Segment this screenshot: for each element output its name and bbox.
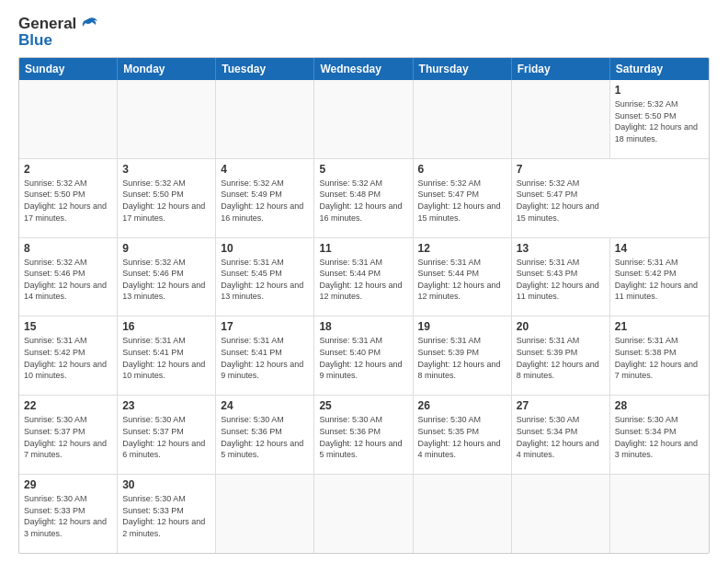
day-number: 25: [319, 399, 407, 412]
logo-blue-text: Blue: [18, 31, 52, 50]
cal-cell-empty: [610, 475, 709, 553]
cell-info: Sunrise: 5:32 AM Sunset: 5:47 PM Dayligh…: [418, 178, 506, 224]
cal-cell-19: 19Sunrise: 5:31 AM Sunset: 5:39 PM Dayli…: [414, 316, 512, 395]
cal-header-tuesday: Tuesday: [216, 58, 314, 80]
cal-cell-21: 21Sunrise: 5:31 AM Sunset: 5:38 PM Dayli…: [610, 316, 709, 395]
cell-info: Sunrise: 5:32 AM Sunset: 5:50 PM Dayligh…: [24, 178, 112, 224]
cal-cell-13: 13Sunrise: 5:31 AM Sunset: 5:43 PM Dayli…: [512, 238, 610, 316]
day-number: 4: [221, 163, 309, 176]
day-number: 22: [24, 399, 112, 412]
cal-cell-6: 6Sunrise: 5:32 AM Sunset: 5:47 PM Daylig…: [414, 159, 512, 237]
day-number: 30: [122, 478, 210, 491]
cell-info: Sunrise: 5:31 AM Sunset: 5:45 PM Dayligh…: [221, 257, 309, 303]
cal-cell-7: 7Sunrise: 5:32 AM Sunset: 5:47 PM Daylig…: [512, 159, 610, 237]
cal-cell-28: 28Sunrise: 5:30 AM Sunset: 5:34 PM Dayli…: [610, 396, 709, 474]
cal-cell-empty: [118, 80, 216, 158]
day-number: 28: [615, 399, 704, 412]
cal-cell-1: 1Sunrise: 5:32 AM Sunset: 5:50 PM Daylig…: [610, 80, 709, 158]
cal-cell-empty: [314, 475, 413, 553]
day-number: 17: [221, 320, 309, 333]
day-number: 6: [418, 163, 506, 176]
cell-info: Sunrise: 5:30 AM Sunset: 5:37 PM Dayligh…: [122, 414, 210, 460]
cell-info: Sunrise: 5:31 AM Sunset: 5:42 PM Dayligh…: [24, 335, 112, 381]
cal-cell-17: 17Sunrise: 5:31 AM Sunset: 5:41 PM Dayli…: [216, 316, 314, 395]
day-number: 26: [418, 399, 506, 412]
cell-info: Sunrise: 5:31 AM Sunset: 5:40 PM Dayligh…: [319, 335, 407, 381]
logo-bird-icon: [78, 17, 98, 31]
day-number: 13: [517, 242, 605, 255]
logo-general-text: General: [18, 15, 76, 33]
cell-info: Sunrise: 5:31 AM Sunset: 5:39 PM Dayligh…: [418, 335, 506, 381]
day-number: 18: [319, 320, 407, 333]
cal-cell-18: 18Sunrise: 5:31 AM Sunset: 5:40 PM Dayli…: [314, 316, 413, 395]
cal-cell-8: 8Sunrise: 5:32 AM Sunset: 5:46 PM Daylig…: [19, 238, 118, 316]
cal-header-saturday: Saturday: [610, 58, 709, 80]
cal-cell-empty: [414, 475, 512, 553]
cal-cell-24: 24Sunrise: 5:30 AM Sunset: 5:36 PM Dayli…: [216, 396, 314, 474]
cal-cell-27: 27Sunrise: 5:30 AM Sunset: 5:34 PM Dayli…: [512, 396, 610, 474]
cal-cell-20: 20Sunrise: 5:31 AM Sunset: 5:39 PM Dayli…: [512, 316, 610, 395]
cal-week-3: 15Sunrise: 5:31 AM Sunset: 5:42 PM Dayli…: [19, 316, 709, 396]
cal-cell-empty: [512, 475, 610, 553]
calendar-header: SundayMondayTuesdayWednesdayThursdayFrid…: [19, 58, 709, 80]
cal-cell-14: 14Sunrise: 5:31 AM Sunset: 5:42 PM Dayli…: [610, 238, 709, 316]
cal-week-1: 2Sunrise: 5:32 AM Sunset: 5:50 PM Daylig…: [19, 159, 709, 238]
cell-info: Sunrise: 5:31 AM Sunset: 5:38 PM Dayligh…: [615, 335, 704, 381]
cal-cell-23: 23Sunrise: 5:30 AM Sunset: 5:37 PM Dayli…: [118, 396, 216, 474]
cell-info: Sunrise: 5:32 AM Sunset: 5:50 PM Dayligh…: [615, 98, 704, 144]
cell-info: Sunrise: 5:32 AM Sunset: 5:50 PM Dayligh…: [122, 178, 210, 224]
day-number: 21: [615, 320, 704, 333]
day-number: 29: [24, 478, 112, 491]
cell-info: Sunrise: 5:31 AM Sunset: 5:42 PM Dayligh…: [615, 257, 704, 303]
day-number: 7: [517, 163, 606, 176]
cal-cell-empty: [314, 80, 413, 158]
cal-week-0: 1Sunrise: 5:32 AM Sunset: 5:50 PM Daylig…: [19, 80, 709, 159]
day-number: 5: [319, 163, 407, 176]
cell-info: Sunrise: 5:32 AM Sunset: 5:48 PM Dayligh…: [319, 178, 407, 224]
cell-info: Sunrise: 5:32 AM Sunset: 5:47 PM Dayligh…: [517, 178, 606, 224]
cal-cell-empty: [216, 80, 314, 158]
cell-info: Sunrise: 5:32 AM Sunset: 5:46 PM Dayligh…: [24, 257, 112, 303]
cell-info: Sunrise: 5:30 AM Sunset: 5:34 PM Dayligh…: [615, 414, 704, 460]
day-number: 19: [418, 320, 506, 333]
cal-cell-empty: [512, 80, 610, 158]
cal-cell-2: 2Sunrise: 5:32 AM Sunset: 5:50 PM Daylig…: [19, 159, 118, 237]
cell-info: Sunrise: 5:30 AM Sunset: 5:36 PM Dayligh…: [319, 414, 407, 460]
day-number: 20: [517, 320, 605, 333]
cal-header-wednesday: Wednesday: [314, 58, 413, 80]
day-number: 15: [24, 320, 112, 333]
cell-info: Sunrise: 5:31 AM Sunset: 5:44 PM Dayligh…: [319, 257, 407, 303]
cell-info: Sunrise: 5:30 AM Sunset: 5:33 PM Dayligh…: [24, 493, 112, 539]
cal-cell-empty: [414, 80, 512, 158]
cal-week-2: 8Sunrise: 5:32 AM Sunset: 5:46 PM Daylig…: [19, 238, 709, 317]
cal-cell-4: 4Sunrise: 5:32 AM Sunset: 5:49 PM Daylig…: [216, 159, 314, 237]
cal-header-thursday: Thursday: [414, 58, 512, 80]
cell-info: Sunrise: 5:32 AM Sunset: 5:46 PM Dayligh…: [122, 257, 210, 303]
cal-cell-12: 12Sunrise: 5:31 AM Sunset: 5:44 PM Dayli…: [414, 238, 512, 316]
day-number: 2: [24, 163, 112, 176]
cal-cell-16: 16Sunrise: 5:31 AM Sunset: 5:41 PM Dayli…: [118, 316, 216, 395]
cal-cell-10: 10Sunrise: 5:31 AM Sunset: 5:45 PM Dayli…: [216, 238, 314, 316]
cal-header-sunday: Sunday: [19, 58, 118, 80]
cell-info: Sunrise: 5:30 AM Sunset: 5:33 PM Dayligh…: [122, 493, 210, 539]
cell-info: Sunrise: 5:30 AM Sunset: 5:35 PM Dayligh…: [418, 414, 506, 460]
day-number: 16: [122, 320, 210, 333]
day-number: 24: [221, 399, 309, 412]
cal-cell-empty: [216, 475, 314, 553]
cell-info: Sunrise: 5:31 AM Sunset: 5:41 PM Dayligh…: [221, 335, 309, 381]
cell-info: Sunrise: 5:30 AM Sunset: 5:37 PM Dayligh…: [24, 414, 112, 460]
day-number: 8: [24, 242, 112, 255]
cal-cell-29: 29Sunrise: 5:30 AM Sunset: 5:33 PM Dayli…: [19, 475, 118, 553]
cal-header-monday: Monday: [118, 58, 216, 80]
calendar: SundayMondayTuesdayWednesdayThursdayFrid…: [18, 57, 710, 554]
cal-header-friday: Friday: [512, 58, 610, 80]
cal-cell-5: 5Sunrise: 5:32 AM Sunset: 5:48 PM Daylig…: [314, 159, 413, 237]
day-number: 3: [122, 163, 210, 176]
day-number: 11: [319, 242, 407, 255]
day-number: 12: [418, 242, 506, 255]
cell-info: Sunrise: 5:31 AM Sunset: 5:44 PM Dayligh…: [418, 257, 506, 303]
cell-info: Sunrise: 5:31 AM Sunset: 5:39 PM Dayligh…: [517, 335, 605, 381]
cell-info: Sunrise: 5:31 AM Sunset: 5:41 PM Dayligh…: [122, 335, 210, 381]
cal-cell-15: 15Sunrise: 5:31 AM Sunset: 5:42 PM Dayli…: [19, 316, 118, 395]
cal-cell-9: 9Sunrise: 5:32 AM Sunset: 5:46 PM Daylig…: [118, 238, 216, 316]
